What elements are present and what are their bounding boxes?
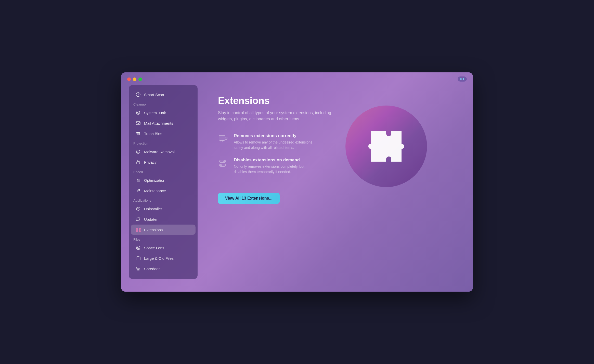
space-lens-icon xyxy=(135,245,141,251)
main-content: Extensions Stay in control of all types … xyxy=(203,85,468,287)
close-button[interactable] xyxy=(127,77,131,81)
sidebar-item-uninstaller[interactable]: Uninstaller xyxy=(131,204,196,214)
sidebar-item-maintenance[interactable]: Maintenance xyxy=(131,186,196,196)
trash-bins-icon xyxy=(135,131,141,136)
puzzle-icon xyxy=(361,121,412,172)
sidebar-item-optimization[interactable]: Optimization xyxy=(131,175,196,185)
svg-rect-19 xyxy=(139,228,141,230)
sidebar-item-system-junk[interactable]: System Junk xyxy=(131,108,196,118)
system-junk-icon xyxy=(135,110,141,115)
sidebar-item-label: Shredder xyxy=(144,267,160,271)
svg-rect-31 xyxy=(219,135,225,140)
svg-point-20 xyxy=(139,230,141,232)
sidebar-item-shredder[interactable]: Shredder xyxy=(131,264,196,274)
sidebar-item-updater[interactable]: Updater xyxy=(131,214,196,224)
content-left: Extensions Stay in control of all types … xyxy=(218,95,340,204)
feature-title-disables: Disables extensions on demand xyxy=(234,158,318,163)
sidebar-item-label: Malware Removal xyxy=(144,150,175,154)
sidebar-item-label: Optimization xyxy=(144,178,165,183)
sidebar-item-malware-removal[interactable]: Malware Removal xyxy=(131,147,196,157)
svg-rect-24 xyxy=(136,257,140,260)
svg-rect-32 xyxy=(225,137,227,139)
feature-list: Removes extensions correctly Allows to r… xyxy=(218,133,340,175)
smart-scan-icon xyxy=(135,92,141,97)
sidebar-item-label: Space Lens xyxy=(144,246,164,250)
svg-point-9 xyxy=(138,163,139,163)
sidebar-item-label: Large & Old Files xyxy=(144,256,174,261)
traffic-lights xyxy=(127,77,142,81)
svg-point-2 xyxy=(137,112,139,113)
view-all-button[interactable]: View All 13 Extensions... xyxy=(218,193,280,204)
top-right-control[interactable] xyxy=(458,76,467,82)
sidebar-item-smart-scan[interactable]: Smart Scan xyxy=(131,89,196,100)
svg-rect-18 xyxy=(136,230,138,232)
app-window: Smart Scan Cleanup System Junk Mail A xyxy=(121,72,473,292)
hero-area xyxy=(340,100,432,192)
sidebar-item-label: Smart Scan xyxy=(144,93,164,97)
optimization-icon xyxy=(135,177,141,183)
sidebar-item-label: Privacy xyxy=(144,160,157,164)
sidebar: Smart Scan Cleanup System Junk Mail A xyxy=(129,85,198,279)
privacy-icon xyxy=(135,159,141,165)
indicator-dot-2 xyxy=(463,78,464,80)
sidebar-item-privacy[interactable]: Privacy xyxy=(131,157,196,167)
divider xyxy=(218,185,340,185)
shredder-icon xyxy=(135,266,141,271)
speed-section-label: Speed xyxy=(129,167,198,175)
svg-point-39 xyxy=(223,160,225,162)
sidebar-item-extensions[interactable]: Extensions xyxy=(131,225,196,235)
updater-icon xyxy=(135,216,141,222)
sidebar-item-label: Updater xyxy=(144,217,158,222)
sidebar-item-space-lens[interactable]: Space Lens xyxy=(131,243,196,253)
sidebar-item-label: Trash Bins xyxy=(144,132,162,136)
files-section-label: Files xyxy=(129,235,198,242)
sidebar-item-mail-attachments[interactable]: Mail Attachments xyxy=(131,118,196,128)
svg-point-41 xyxy=(220,164,222,166)
sidebar-item-label: Mail Attachments xyxy=(144,121,173,125)
sidebar-item-label: Extensions xyxy=(144,228,163,232)
malware-removal-icon xyxy=(135,149,141,154)
hero-circle xyxy=(345,106,427,187)
feature-desc-disables: Not only removes extensions completely, … xyxy=(234,164,318,175)
feature-text-removes: Removes extensions correctly Allows to r… xyxy=(234,133,318,150)
applications-section-label: Applications xyxy=(129,196,198,203)
disables-extensions-icon xyxy=(218,158,229,169)
page-title: Extensions xyxy=(218,95,340,106)
sidebar-item-label: Maintenance xyxy=(144,189,166,193)
feature-desc-removes: Allows to remove any of the undesired ex… xyxy=(234,140,318,150)
large-old-files-icon xyxy=(135,255,141,261)
indicator-dot xyxy=(460,78,462,80)
feature-item-removes: Removes extensions correctly Allows to r… xyxy=(218,133,340,150)
sidebar-item-large-old-files[interactable]: Large & Old Files xyxy=(131,253,196,263)
svg-rect-3 xyxy=(136,122,140,125)
feature-title-removes: Removes extensions correctly xyxy=(234,133,318,138)
removes-extensions-icon xyxy=(218,133,229,145)
protection-section-label: Protection xyxy=(129,139,198,146)
maintenance-icon xyxy=(135,188,141,193)
feature-item-disables: Disables extensions on demand Not only r… xyxy=(218,158,340,175)
sidebar-item-label: System Junk xyxy=(144,111,166,115)
svg-rect-25 xyxy=(136,267,140,268)
feature-text-disables: Disables extensions on demand Not only r… xyxy=(234,158,318,175)
cleanup-section-label: Cleanup xyxy=(129,100,198,107)
sidebar-item-label: Uninstaller xyxy=(144,207,162,211)
fullscreen-button[interactable] xyxy=(138,77,142,81)
uninstaller-icon xyxy=(135,206,141,212)
mail-attachments-icon xyxy=(135,120,141,126)
svg-rect-17 xyxy=(136,228,138,230)
sidebar-item-trash-bins[interactable]: Trash Bins xyxy=(131,128,196,139)
page-subtitle: Stay in control of all types of your sys… xyxy=(218,110,340,122)
minimize-button[interactable] xyxy=(133,77,136,81)
extensions-icon xyxy=(135,227,141,232)
svg-point-22 xyxy=(137,247,139,249)
